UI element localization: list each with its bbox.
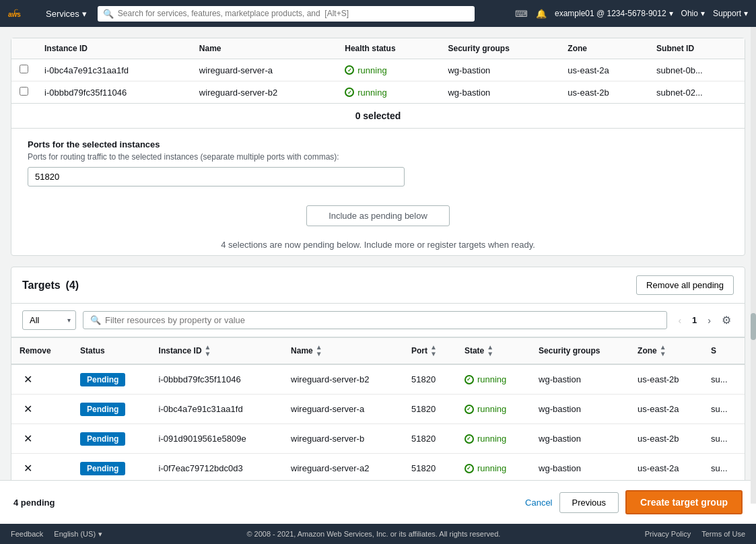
suffix-cell: su...: [703, 454, 745, 483]
filter-select[interactable]: All: [22, 310, 76, 330]
suffix-cell: su...: [703, 424, 745, 454]
page-prev-button[interactable]: ‹: [674, 312, 685, 329]
ports-input[interactable]: [28, 167, 405, 186]
remove-all-label: Remove all pending: [646, 280, 724, 290]
vertical-scrollbar[interactable]: [751, 27, 756, 504]
zone-sort-icon: ▲▼: [660, 344, 666, 358]
zone-cell: us-east-2a: [629, 395, 703, 424]
row-health: running: [337, 81, 440, 104]
name-cell: wireguard-server-b: [283, 424, 403, 454]
remove-row-button[interactable]: ✕: [20, 461, 36, 476]
targets-panel: Targets (4) Remove all pending All ▾ 🔍 ‹…: [11, 267, 745, 489]
include-pending-button[interactable]: Include as pending below: [306, 205, 450, 226]
status-cell: Pending: [72, 395, 150, 424]
state-cell: running: [456, 395, 530, 424]
pending-badge: Pending: [80, 432, 125, 446]
port-cell: 51820: [403, 364, 456, 395]
remove-row-button[interactable]: ✕: [20, 401, 36, 417]
state-cell: running: [456, 364, 530, 395]
vertical-scrollbar-thumb[interactable]: [751, 313, 756, 340]
region-menu[interactable]: Ohio ▾: [681, 9, 705, 18]
instance-id-col-header: Instance ID ▲▼: [151, 338, 283, 365]
filter-search-input[interactable]: [105, 315, 660, 325]
state-sort-icon: ▲▼: [487, 344, 493, 358]
previous-button[interactable]: Previous: [559, 492, 619, 513]
security-groups-header: Security groups: [440, 38, 559, 59]
remove-cell[interactable]: ✕: [11, 424, 72, 454]
services-chevron-icon: ▾: [82, 9, 87, 19]
region-label: Ohio: [681, 9, 698, 18]
create-target-group-button[interactable]: Create target group: [625, 490, 743, 514]
targets-table: Remove Status Instance ID ▲▼ Name ▲▼: [11, 337, 745, 483]
row-checkbox[interactable]: [20, 87, 28, 96]
port-cell: 51820: [403, 395, 456, 424]
remove-cell[interactable]: ✕: [11, 454, 72, 483]
row-instance-id: i-0bc4a7e91c31aa1fd: [36, 59, 191, 81]
remove-row-button[interactable]: ✕: [20, 372, 36, 387]
row-checkbox-cell[interactable]: [11, 59, 36, 81]
row-checkbox[interactable]: [20, 65, 28, 73]
selected-count-text: 0 selected: [355, 110, 401, 121]
zone-cell: us-east-2b: [629, 364, 703, 395]
cancel-button[interactable]: Cancel: [525, 498, 552, 508]
state-cell: running: [456, 424, 530, 454]
support-chevron-icon: ▾: [744, 9, 748, 18]
bell-icon[interactable]: 🔔: [536, 9, 547, 19]
column-settings-button[interactable]: ⚙: [719, 311, 734, 329]
instance-id-header: Instance ID: [36, 38, 191, 59]
row-zone: us-east-2b: [559, 81, 648, 104]
row-health: running: [337, 59, 440, 81]
support-menu[interactable]: Support ▾: [713, 9, 748, 18]
row-subnet: subnet-02...: [648, 81, 745, 104]
running-status-text: running: [357, 88, 386, 98]
filter-search-icon: 🔍: [90, 315, 101, 325]
suffix-cell: su...: [703, 364, 745, 395]
row-security-groups: wg-bastion: [440, 81, 559, 104]
action-bar-buttons: Cancel Previous Create target group: [525, 490, 743, 514]
ports-label: Ports for the selected instances: [28, 139, 728, 149]
filter-search-wrap[interactable]: 🔍: [83, 311, 667, 329]
aws-logo[interactable]: aws: [8, 5, 32, 22]
name-sort-icon: ▲▼: [316, 344, 322, 358]
state-col-header: State ▲▼: [456, 338, 530, 365]
instance-id-cell: i-091d9019561e5809e: [151, 424, 283, 454]
table-row: ✕ Pending i-0bbbd79fc35f11046 wireguard-…: [11, 364, 745, 395]
running-icon: [465, 434, 474, 444]
global-search-bar[interactable]: 🔍: [98, 6, 475, 22]
remove-row-button[interactable]: ✕: [20, 431, 36, 446]
pending-notice: 4 selections are now pending below. Incl…: [11, 234, 745, 255]
search-input[interactable]: [118, 9, 469, 18]
running-status-icon: [345, 65, 354, 75]
status-col-header: Status: [72, 338, 150, 365]
pending-badge: Pending: [80, 373, 125, 386]
instance-id-cell: i-0bbbd79fc35f11046: [151, 364, 283, 395]
remove-cell[interactable]: ✕: [11, 364, 72, 395]
remove-cell[interactable]: ✕: [11, 395, 72, 424]
row-name: wireguard-server-b2: [191, 81, 337, 104]
filter-select-wrap: All ▾: [22, 310, 76, 330]
port-col-header: Port ▲▼: [403, 338, 456, 365]
create-target-group-label: Create target group: [640, 497, 728, 508]
row-checkbox-cell[interactable]: [11, 81, 36, 104]
status-cell: Pending: [72, 454, 150, 483]
terminal-icon[interactable]: ⌨: [515, 9, 528, 19]
row-name: wireguard-server-a: [191, 59, 337, 81]
previous-label: Previous: [572, 498, 607, 508]
account-menu[interactable]: example01 @ 1234-5678-9012 ▾: [555, 9, 673, 18]
running-status-text: running: [357, 65, 386, 75]
ports-section: Ports for the selected instances Ports f…: [11, 128, 745, 197]
state-text: running: [477, 434, 506, 444]
instances-table: Instance ID Name Health status Security …: [11, 38, 745, 103]
running-icon: [465, 464, 474, 473]
remove-all-pending-button[interactable]: Remove all pending: [636, 275, 734, 295]
status-cell: Pending: [72, 364, 150, 395]
row-subnet: subnet-0b...: [648, 59, 745, 81]
zone-col-header: Zone ▲▼: [629, 338, 703, 365]
services-label: Services: [46, 9, 79, 19]
services-button[interactable]: Services ▾: [40, 6, 92, 22]
pending-count-label: 4 pending: [13, 498, 55, 508]
pending-badge: Pending: [80, 403, 125, 416]
port-cell: 51820: [403, 424, 456, 454]
row-zone: us-east-2a: [559, 59, 648, 81]
page-next-button[interactable]: ›: [703, 312, 715, 329]
